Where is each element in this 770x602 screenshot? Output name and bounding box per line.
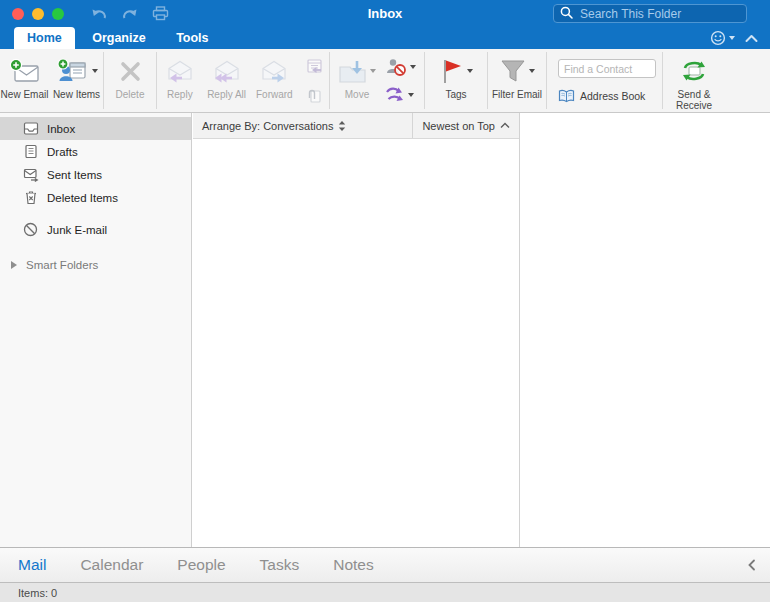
ribbon-group-move: Move (330, 49, 424, 112)
move-icon (338, 59, 367, 84)
search-input[interactable] (578, 6, 740, 22)
junk-rules-stack (385, 49, 423, 104)
tab-organize[interactable]: Organize (79, 27, 159, 49)
nav-tasks[interactable]: Tasks (260, 556, 300, 574)
junk-email-icon (22, 222, 39, 237)
reply-icon (166, 59, 194, 83)
ribbon-group-filter: Filter Email (488, 49, 546, 112)
outlook-window: Inbox Home Organize Tools (0, 0, 770, 602)
nav-calendar[interactable]: Calendar (80, 556, 143, 574)
reply-all-icon (213, 59, 241, 83)
move-button[interactable]: Move (331, 49, 383, 100)
chevron-up-icon (745, 34, 758, 43)
rules-dropdown-caret (408, 93, 414, 97)
filter-dropdown-caret (529, 69, 535, 73)
smiley-dropdown-caret (729, 36, 735, 40)
delete-button[interactable]: Delete (105, 49, 155, 100)
chevron-up-icon (500, 122, 510, 129)
message-list-pane: Arrange By: Conversations Newest on Top (193, 113, 520, 547)
chevron-left-icon (748, 559, 756, 571)
meeting-button[interactable] (299, 58, 329, 76)
nav-notes[interactable]: Notes (333, 556, 374, 574)
tags-button[interactable]: Tags (426, 49, 486, 100)
address-book-button[interactable]: Address Book (558, 89, 645, 103)
address-book-icon (558, 89, 575, 103)
new-items-dropdown-caret (92, 69, 98, 73)
sidebar-item-drafts[interactable]: Drafts (0, 140, 191, 163)
collapse-ribbon-button[interactable] (745, 29, 758, 47)
send-receive-button[interactable]: Send & Receive (664, 49, 724, 111)
sidebar-item-junk-email[interactable]: Junk E-mail (0, 218, 191, 241)
collapse-nav-button[interactable] (748, 557, 756, 575)
items-count: Items: 0 (18, 587, 57, 599)
ribbon-tab-bar: Home Organize Tools (0, 27, 770, 49)
rules-button[interactable] (385, 86, 423, 104)
ribbon-group-tags: Tags (425, 49, 487, 112)
drafts-icon (22, 144, 39, 159)
status-bar: Items: 0 (0, 582, 770, 602)
folder-sidebar: Inbox Drafts Sent Items Deleted Items Ju… (0, 113, 192, 547)
meeting-icon (306, 58, 323, 74)
junk-button[interactable] (385, 58, 423, 76)
tabrow-right-controls (710, 27, 758, 49)
titlebar: Inbox (0, 0, 770, 27)
filter-email-button[interactable]: Filter Email (489, 49, 545, 100)
smiley-icon (710, 30, 726, 46)
inbox-icon (22, 121, 39, 136)
tab-tools[interactable]: Tools (163, 27, 221, 49)
sidebar-item-deleted-items[interactable]: Deleted Items (0, 186, 191, 209)
ribbon-group-respond: Reply Reply All (157, 49, 329, 112)
sidebar-item-inbox[interactable]: Inbox (0, 117, 191, 140)
find-contact-input[interactable] (558, 59, 656, 78)
module-switcher: Mail Calendar People Tasks Notes (0, 547, 770, 582)
sidebar-item-sent-items[interactable]: Sent Items (0, 163, 191, 186)
attachment-icon (306, 88, 322, 104)
arrange-by-control[interactable]: Arrange By: Conversations (202, 120, 346, 132)
reply-button[interactable]: Reply (157, 49, 203, 100)
rules-icon (385, 86, 405, 105)
junk-dropdown-caret (410, 65, 416, 69)
forward-button[interactable]: Forward (250, 49, 298, 100)
ribbon-group-contacts: Address Book (547, 49, 662, 112)
new-email-icon (9, 58, 40, 84)
nav-mail[interactable]: Mail (18, 556, 46, 574)
search-icon (560, 5, 573, 23)
tags-dropdown-caret (467, 69, 473, 73)
funnel-icon (500, 58, 526, 84)
message-list-header: Arrange By: Conversations Newest on Top (193, 113, 519, 139)
sent-items-icon (22, 167, 39, 182)
new-items-button[interactable]: New Items (51, 49, 103, 100)
new-items-icon (56, 58, 89, 84)
ribbon: New Email New Items (0, 49, 770, 113)
reply-all-button[interactable]: Reply All (204, 49, 250, 100)
ribbon-group-new: New Email New Items (0, 49, 103, 112)
delete-icon (119, 61, 142, 82)
search-field[interactable] (553, 4, 747, 23)
respond-extra-stack (299, 49, 329, 106)
move-dropdown-caret (370, 69, 376, 73)
attachment-button[interactable] (299, 88, 329, 106)
send-receive-icon (680, 59, 708, 83)
new-email-button[interactable]: New Email (1, 49, 49, 100)
flag-icon (440, 58, 464, 85)
ribbon-group-delete: Delete (104, 49, 156, 112)
ribbon-group-sync: Send & Receive (663, 49, 725, 112)
disclosure-triangle-icon[interactable] (8, 260, 20, 270)
nav-people[interactable]: People (177, 556, 225, 574)
tab-home[interactable]: Home (14, 27, 75, 49)
junk-icon (385, 58, 407, 76)
sort-order-control[interactable]: Newest on Top (413, 120, 510, 132)
forward-icon (260, 59, 288, 83)
feedback-smiley-button[interactable] (710, 30, 735, 46)
sort-updown-icon (338, 120, 346, 132)
sidebar-item-smart-folders[interactable]: Smart Folders (0, 253, 191, 276)
deleted-items-icon (22, 190, 39, 205)
reading-pane (521, 113, 770, 547)
